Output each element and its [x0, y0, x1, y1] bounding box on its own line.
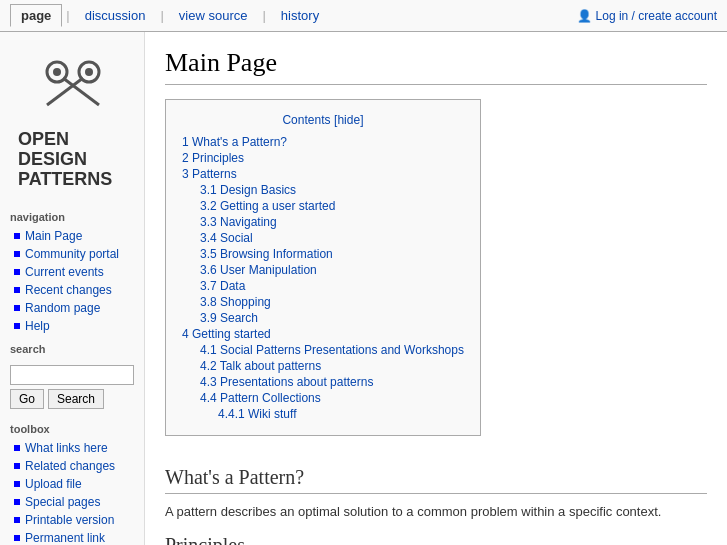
toc-item: 4.3 Presentations about patterns [200, 375, 464, 389]
bullet-icon [14, 287, 20, 293]
search-button[interactable]: Search [48, 389, 104, 409]
toc-item: 4.4 Pattern Collections [200, 391, 464, 405]
tab-history[interactable]: history [270, 4, 330, 27]
user-icon: 👤 [577, 9, 592, 23]
bullet-icon [14, 535, 20, 541]
toc-item: 3.3 Navigating [200, 215, 464, 229]
sidebar-item-permanent-link[interactable]: Permanent link [0, 529, 144, 545]
toc-item: 3.1 Design Basics [200, 183, 464, 197]
bullet-icon [14, 305, 20, 311]
toc-link[interactable]: 3.1 Design Basics [200, 183, 296, 197]
toc-title: Contents [hide] [182, 112, 464, 127]
bullet-icon [14, 463, 20, 469]
toc-link[interactable]: 4.3 Presentations about patterns [200, 375, 373, 389]
toc-item: 3.5 Browsing Information [200, 247, 464, 261]
toc-link[interactable]: 3 Patterns [182, 167, 237, 181]
sidebar-item-related-changes[interactable]: Related changes [0, 457, 144, 475]
toc-link[interactable]: 4 Getting started [182, 327, 271, 341]
navigation-section-title: navigation [0, 203, 144, 227]
search-area: Go Search [0, 359, 144, 415]
sidebar-item-printable-version[interactable]: Printable version [0, 511, 144, 529]
toc-link[interactable]: 1 What's a Pattern? [182, 135, 287, 149]
toc-link[interactable]: 4.1 Social Patterns Presentations and Wo… [200, 343, 464, 357]
go-button[interactable]: Go [10, 389, 44, 409]
tab-page[interactable]: page [10, 4, 62, 27]
toc-item: 3.6 User Manipulation [200, 263, 464, 277]
toc-link[interactable]: 4.4.1 Wiki stuff [218, 407, 296, 421]
toc-item: 3.2 Getting a user started [200, 199, 464, 213]
toc-item: 2 Principles [182, 151, 464, 165]
bullet-icon [14, 481, 20, 487]
bullet-icon [14, 269, 20, 275]
toc-item: 3.7 Data [200, 279, 464, 293]
sidebar-item-special-pages[interactable]: Special pages [0, 493, 144, 511]
logo-icon [27, 50, 117, 130]
svg-point-2 [53, 68, 61, 76]
toc-link[interactable]: 3.4 Social [200, 231, 253, 245]
sidebar-item-random-page[interactable]: Random page [0, 299, 144, 317]
svg-point-3 [85, 68, 93, 76]
sidebar-item-recent-changes[interactable]: Recent changes [0, 281, 144, 299]
bullet-icon [14, 499, 20, 505]
user-links: 👤 Log in / create account [577, 9, 717, 23]
toc-link[interactable]: 3.6 User Manipulation [200, 263, 317, 277]
toc-item: 4.4.1 Wiki stuff [218, 407, 464, 421]
search-input[interactable] [10, 365, 134, 385]
bullet-icon [14, 445, 20, 451]
search-section-title: search [0, 335, 144, 359]
toc-link[interactable]: 2 Principles [182, 151, 244, 165]
toc-link[interactable]: 4.2 Talk about patterns [200, 359, 321, 373]
login-link[interactable]: Log in / create account [596, 9, 717, 23]
toc-link[interactable]: 3.9 Search [200, 311, 258, 325]
toc-hide-link[interactable]: [hide] [334, 113, 363, 127]
logo: OPEN DESIGN PATTERNS [0, 40, 144, 199]
toc-item: 1 What's a Pattern? [182, 135, 464, 149]
toc-link[interactable]: 4.4 Pattern Collections [200, 391, 321, 405]
toc-item: 3.9 Search [200, 311, 464, 325]
toc-item: 4 Getting started [182, 327, 464, 341]
toc-link[interactable]: 3.5 Browsing Information [200, 247, 333, 261]
toolbox-section-title: toolbox [0, 415, 144, 439]
sidebar-item-current-events[interactable]: Current events [0, 263, 144, 281]
whats-a-pattern-heading: What's a Pattern? [165, 466, 707, 494]
bullet-icon [14, 233, 20, 239]
toc-item: 4.2 Talk about patterns [200, 359, 464, 373]
sidebar-item-community[interactable]: Community portal [0, 245, 144, 263]
page-title: Main Page [165, 48, 707, 85]
sidebar-item-main-page[interactable]: Main Page [0, 227, 144, 245]
sidebar-item-upload-file[interactable]: Upload file [0, 475, 144, 493]
toc-link[interactable]: 3.3 Navigating [200, 215, 277, 229]
toc-link[interactable]: 3.7 Data [200, 279, 245, 293]
toc-item: 3 Patterns [182, 167, 464, 181]
bullet-icon [14, 251, 20, 257]
logo-text: OPEN DESIGN PATTERNS [10, 130, 134, 189]
toc-item: 4.1 Social Patterns Presentations and Wo… [200, 343, 464, 357]
toc-item: 3.4 Social [200, 231, 464, 245]
tab-view-source[interactable]: view source [168, 4, 259, 27]
whats-a-pattern-text: A pattern describes an optimal solution … [165, 502, 707, 522]
bullet-icon [14, 517, 20, 523]
principles-heading: Principles [165, 534, 707, 546]
table-of-contents: Contents [hide] 1 What's a Pattern? 2 Pr… [165, 99, 481, 436]
toc-link[interactable]: 3.2 Getting a user started [200, 199, 335, 213]
tab-bar: page | discussion | view source | histor… [10, 4, 330, 27]
toc-link[interactable]: 3.8 Shopping [200, 295, 271, 309]
sidebar-item-help[interactable]: Help [0, 317, 144, 335]
tab-discussion[interactable]: discussion [74, 4, 157, 27]
toc-item: 3.8 Shopping [200, 295, 464, 309]
sidebar-item-what-links-here[interactable]: What links here [0, 439, 144, 457]
bullet-icon [14, 323, 20, 329]
